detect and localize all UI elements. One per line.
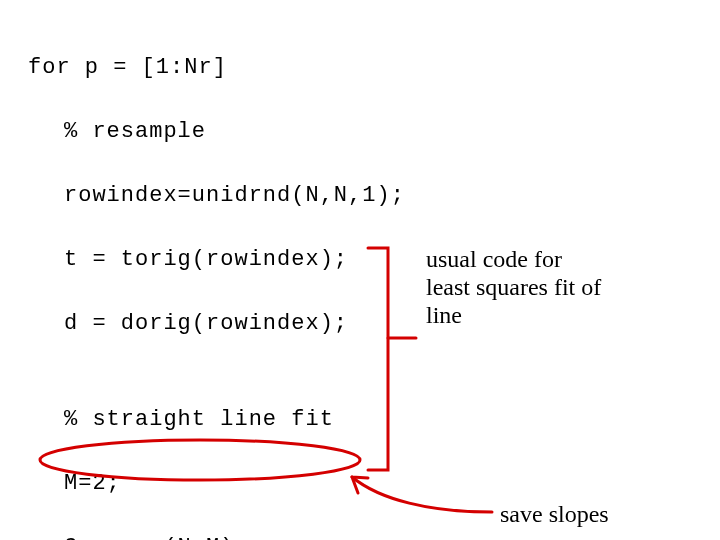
annotation-save-slopes: save slopes — [500, 500, 700, 528]
annotation-least-squares: usual code for least squares fit of line — [426, 245, 606, 329]
code-line: % straight line fit — [28, 404, 448, 436]
code-line: for p = [1:Nr] — [28, 52, 448, 84]
code-line: G=zeros(N,M); — [28, 532, 448, 540]
code-line: % resample — [28, 116, 448, 148]
code-line: rowindex=unidrnd(N,N,1); — [28, 180, 448, 212]
code-line: d = dorig(rowindex); — [28, 308, 448, 340]
code-line: M=2; — [28, 468, 448, 500]
code-block: for p = [1:Nr] % resample rowindex=unidr… — [28, 20, 448, 540]
code-line: t = torig(rowindex); — [28, 244, 448, 276]
